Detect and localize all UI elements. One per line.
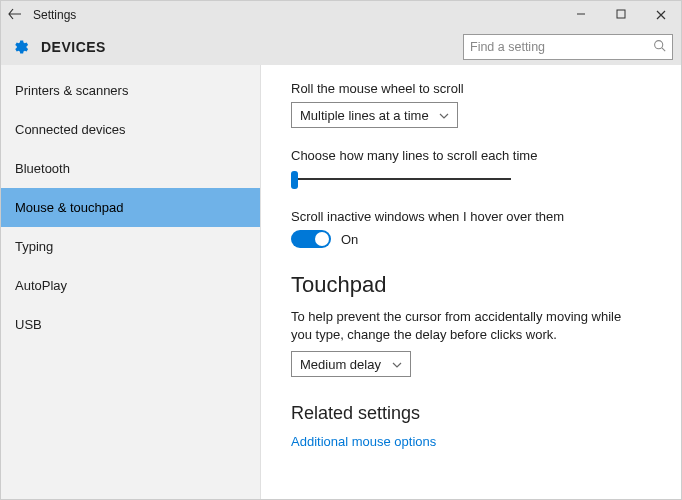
search-icon: [653, 39, 666, 55]
touchpad-heading: Touchpad: [291, 272, 655, 298]
slider-thumb[interactable]: [291, 171, 298, 189]
scroll-wheel-label: Roll the mouse wheel to scroll: [291, 81, 655, 96]
search-input[interactable]: [470, 40, 653, 54]
titlebar: Settings: [1, 1, 681, 29]
close-button[interactable]: [641, 1, 681, 29]
scroll-wheel-value: Multiple lines at a time: [300, 108, 429, 123]
touchpad-delay-select[interactable]: Medium delay: [291, 351, 411, 377]
related-heading: Related settings: [291, 403, 655, 424]
scroll-wheel-select[interactable]: Multiple lines at a time: [291, 102, 458, 128]
sidebar: Printers & scannersConnected devicesBlue…: [1, 65, 261, 500]
touchpad-description: To help prevent the cursor from accident…: [291, 308, 641, 343]
toggle-knob: [315, 232, 329, 246]
lines-label: Choose how many lines to scroll each tim…: [291, 148, 655, 163]
window-title: Settings: [29, 8, 76, 22]
chevron-down-icon: [429, 110, 449, 121]
sidebar-item-autoplay[interactable]: AutoPlay: [1, 266, 260, 305]
content-pane: Roll the mouse wheel to scroll Multiple …: [261, 65, 681, 500]
maximize-button[interactable]: [601, 1, 641, 29]
svg-point-1: [655, 41, 663, 49]
page-category: DEVICES: [41, 39, 106, 55]
back-button[interactable]: [1, 7, 29, 24]
slider-track: [291, 178, 511, 180]
inactive-scroll-label: Scroll inactive windows when I hover ove…: [291, 209, 655, 224]
sidebar-item-bluetooth[interactable]: Bluetooth: [1, 149, 260, 188]
touchpad-delay-value: Medium delay: [300, 357, 381, 372]
sidebar-item-typing[interactable]: Typing: [1, 227, 260, 266]
inactive-scroll-toggle[interactable]: [291, 230, 331, 248]
sidebar-item-usb[interactable]: USB: [1, 305, 260, 344]
sidebar-item-mouse-touchpad[interactable]: Mouse & touchpad: [1, 188, 260, 227]
sidebar-item-connected-devices[interactable]: Connected devices: [1, 110, 260, 149]
svg-rect-0: [617, 10, 625, 18]
chevron-down-icon: [382, 359, 402, 370]
sidebar-item-printers-scanners[interactable]: Printers & scanners: [1, 71, 260, 110]
search-box[interactable]: [463, 34, 673, 60]
toggle-state: On: [341, 232, 358, 247]
minimize-button[interactable]: [561, 1, 601, 29]
gear-icon: [11, 37, 31, 57]
lines-slider[interactable]: [291, 169, 511, 189]
additional-mouse-options-link[interactable]: Additional mouse options: [291, 434, 655, 449]
header: DEVICES: [1, 29, 681, 65]
